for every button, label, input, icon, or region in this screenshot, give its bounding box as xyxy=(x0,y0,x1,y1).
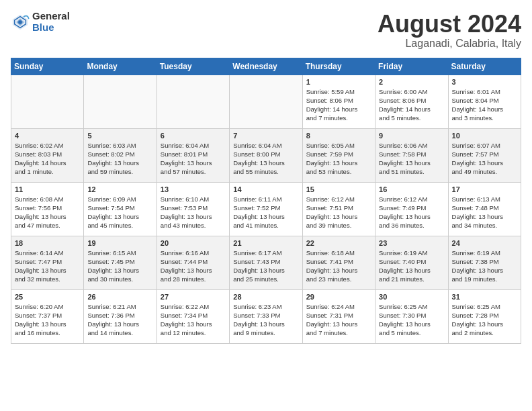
calendar-cell: 19Sunrise: 6:15 AM Sunset: 7:45 PM Dayli… xyxy=(84,236,157,289)
day-info: Sunrise: 6:19 AM Sunset: 7:40 PM Dayligh… xyxy=(379,248,444,284)
calendar-cell: 13Sunrise: 6:10 AM Sunset: 7:53 PM Dayli… xyxy=(157,182,229,236)
day-info: Sunrise: 6:04 AM Sunset: 8:01 PM Dayligh… xyxy=(161,141,226,177)
calendar-cell: 8Sunrise: 6:05 AM Sunset: 7:59 PM Daylig… xyxy=(302,128,375,182)
calendar-cell: 4Sunrise: 6:02 AM Sunset: 8:03 PM Daylig… xyxy=(11,128,84,182)
location-subtitle: Laganadi, Calabria, Italy xyxy=(378,38,521,50)
day-info: Sunrise: 6:25 AM Sunset: 7:28 PM Dayligh… xyxy=(452,302,517,338)
page-header: General Blue August 2024 Laganadi, Calab… xyxy=(11,11,521,50)
day-number: 6 xyxy=(161,132,226,140)
day-info: Sunrise: 6:20 AM Sunset: 7:37 PM Dayligh… xyxy=(15,302,80,338)
day-number: 31 xyxy=(452,293,517,301)
day-info: Sunrise: 6:03 AM Sunset: 8:02 PM Dayligh… xyxy=(87,141,152,177)
day-number: 12 xyxy=(87,185,152,193)
day-info: Sunrise: 6:01 AM Sunset: 8:04 PM Dayligh… xyxy=(452,87,517,123)
day-number: 18 xyxy=(15,239,80,247)
day-info: Sunrise: 6:12 AM Sunset: 7:51 PM Dayligh… xyxy=(306,195,371,230)
calendar-cell: 26Sunrise: 6:21 AM Sunset: 7:36 PM Dayli… xyxy=(84,289,157,343)
day-info: Sunrise: 6:17 AM Sunset: 7:43 PM Dayligh… xyxy=(233,248,298,284)
month-year-title: August 2024 xyxy=(378,11,521,38)
calendar-cell: 3Sunrise: 6:01 AM Sunset: 8:04 PM Daylig… xyxy=(448,75,521,128)
day-info: Sunrise: 6:02 AM Sunset: 8:03 PM Dayligh… xyxy=(15,141,80,177)
calendar-cell: 7Sunrise: 6:04 AM Sunset: 8:00 PM Daylig… xyxy=(230,128,302,182)
day-info: Sunrise: 6:19 AM Sunset: 7:38 PM Dayligh… xyxy=(452,248,517,284)
calendar-cell: 17Sunrise: 6:13 AM Sunset: 7:48 PM Dayli… xyxy=(448,182,521,236)
day-number: 27 xyxy=(161,293,226,301)
calendar-cell: 27Sunrise: 6:22 AM Sunset: 7:34 PM Dayli… xyxy=(157,289,229,343)
weekday-row: SundayMondayTuesdayWednesdayThursdayFrid… xyxy=(11,58,521,75)
day-number: 29 xyxy=(306,293,371,301)
calendar-cell: 16Sunrise: 6:12 AM Sunset: 7:49 PM Dayli… xyxy=(375,182,448,236)
day-info: Sunrise: 6:12 AM Sunset: 7:49 PM Dayligh… xyxy=(379,195,444,230)
day-info: Sunrise: 6:15 AM Sunset: 7:45 PM Dayligh… xyxy=(87,248,152,284)
day-number: 2 xyxy=(379,78,444,86)
day-number: 10 xyxy=(452,132,517,140)
day-info: Sunrise: 6:05 AM Sunset: 7:59 PM Dayligh… xyxy=(306,141,371,177)
calendar-week-1: 1Sunrise: 5:59 AM Sunset: 8:06 PM Daylig… xyxy=(11,75,521,128)
logo-blue-text: Blue xyxy=(32,22,70,34)
day-number: 7 xyxy=(233,132,298,140)
day-info: Sunrise: 6:00 AM Sunset: 8:06 PM Dayligh… xyxy=(379,87,444,123)
day-number: 22 xyxy=(306,239,371,247)
title-block: August 2024 Laganadi, Calabria, Italy xyxy=(378,11,521,50)
weekday-header-sunday: Sunday xyxy=(11,58,84,75)
day-info: Sunrise: 6:22 AM Sunset: 7:34 PM Dayligh… xyxy=(161,302,226,338)
day-info: Sunrise: 6:09 AM Sunset: 7:54 PM Dayligh… xyxy=(87,195,152,230)
calendar-cell: 30Sunrise: 6:25 AM Sunset: 7:30 PM Dayli… xyxy=(375,289,448,343)
calendar-week-3: 11Sunrise: 6:08 AM Sunset: 7:56 PM Dayli… xyxy=(11,182,521,236)
svg-point-2 xyxy=(18,20,22,24)
day-number: 14 xyxy=(233,185,298,193)
calendar-cell xyxy=(11,75,84,128)
day-info: Sunrise: 5:59 AM Sunset: 8:06 PM Dayligh… xyxy=(306,87,371,123)
calendar-cell: 2Sunrise: 6:00 AM Sunset: 8:06 PM Daylig… xyxy=(375,75,448,128)
day-number: 3 xyxy=(452,78,517,86)
day-info: Sunrise: 6:21 AM Sunset: 7:36 PM Dayligh… xyxy=(87,302,152,338)
calendar-cell: 12Sunrise: 6:09 AM Sunset: 7:54 PM Dayli… xyxy=(84,182,157,236)
logo-general-text: General xyxy=(32,11,70,22)
calendar-cell: 28Sunrise: 6:23 AM Sunset: 7:33 PM Dayli… xyxy=(230,289,302,343)
day-info: Sunrise: 6:07 AM Sunset: 7:57 PM Dayligh… xyxy=(452,141,517,177)
weekday-header-saturday: Saturday xyxy=(448,58,521,75)
day-number: 15 xyxy=(306,185,371,193)
calendar-cell: 14Sunrise: 6:11 AM Sunset: 7:52 PM Dayli… xyxy=(230,182,302,236)
calendar-cell: 10Sunrise: 6:07 AM Sunset: 7:57 PM Dayli… xyxy=(448,128,521,182)
logo-text: General Blue xyxy=(32,11,70,33)
calendar-week-4: 18Sunrise: 6:14 AM Sunset: 7:47 PM Dayli… xyxy=(11,236,521,289)
day-info: Sunrise: 6:18 AM Sunset: 7:41 PM Dayligh… xyxy=(306,248,371,284)
weekday-header-friday: Friday xyxy=(375,58,448,75)
calendar-cell: 29Sunrise: 6:24 AM Sunset: 7:31 PM Dayli… xyxy=(302,289,375,343)
calendar-cell: 9Sunrise: 6:06 AM Sunset: 7:58 PM Daylig… xyxy=(375,128,448,182)
day-number: 8 xyxy=(306,132,371,140)
day-number: 4 xyxy=(15,132,80,140)
day-number: 11 xyxy=(15,185,80,193)
day-number: 30 xyxy=(379,293,444,301)
calendar-cell xyxy=(230,75,302,128)
calendar-cell: 20Sunrise: 6:16 AM Sunset: 7:44 PM Dayli… xyxy=(157,236,229,289)
calendar-cell: 24Sunrise: 6:19 AM Sunset: 7:38 PM Dayli… xyxy=(448,236,521,289)
day-number: 16 xyxy=(379,185,444,193)
weekday-header-thursday: Thursday xyxy=(302,58,375,75)
day-info: Sunrise: 6:23 AM Sunset: 7:33 PM Dayligh… xyxy=(233,302,298,338)
calendar-week-2: 4Sunrise: 6:02 AM Sunset: 8:03 PM Daylig… xyxy=(11,128,521,182)
calendar-cell: 15Sunrise: 6:12 AM Sunset: 7:51 PM Dayli… xyxy=(302,182,375,236)
weekday-header-tuesday: Tuesday xyxy=(157,58,229,75)
day-info: Sunrise: 6:14 AM Sunset: 7:47 PM Dayligh… xyxy=(15,248,80,284)
logo: General Blue xyxy=(11,11,70,33)
calendar-table: SundayMondayTuesdayWednesdayThursdayFrid… xyxy=(11,58,521,344)
day-info: Sunrise: 6:06 AM Sunset: 7:58 PM Dayligh… xyxy=(379,141,444,177)
weekday-header-wednesday: Wednesday xyxy=(230,58,302,75)
calendar-cell: 21Sunrise: 6:17 AM Sunset: 7:43 PM Dayli… xyxy=(230,236,302,289)
day-info: Sunrise: 6:13 AM Sunset: 7:48 PM Dayligh… xyxy=(452,195,517,230)
calendar-cell: 22Sunrise: 6:18 AM Sunset: 7:41 PM Dayli… xyxy=(302,236,375,289)
day-number: 1 xyxy=(306,78,371,86)
calendar-body: 1Sunrise: 5:59 AM Sunset: 8:06 PM Daylig… xyxy=(11,75,521,343)
calendar-cell: 31Sunrise: 6:25 AM Sunset: 7:28 PM Dayli… xyxy=(448,289,521,343)
day-info: Sunrise: 6:16 AM Sunset: 7:44 PM Dayligh… xyxy=(161,248,226,284)
day-info: Sunrise: 6:08 AM Sunset: 7:56 PM Dayligh… xyxy=(15,195,80,230)
logo-icon xyxy=(11,13,30,32)
day-number: 20 xyxy=(161,239,226,247)
day-number: 28 xyxy=(233,293,298,301)
day-number: 9 xyxy=(379,132,444,140)
day-number: 17 xyxy=(452,185,517,193)
day-info: Sunrise: 6:04 AM Sunset: 8:00 PM Dayligh… xyxy=(233,141,298,177)
day-info: Sunrise: 6:11 AM Sunset: 7:52 PM Dayligh… xyxy=(233,195,298,230)
